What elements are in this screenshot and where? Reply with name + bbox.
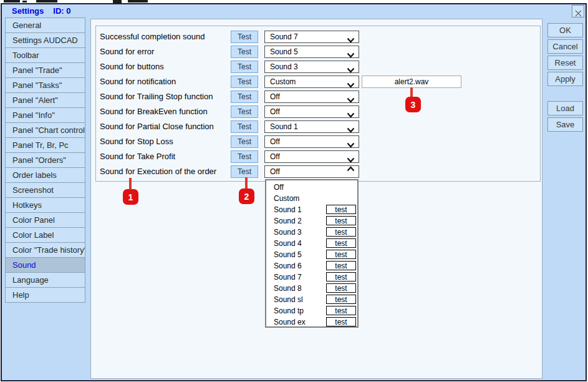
- sound-setting-row: Sound for errorTestSound 5: [0, 46, 588, 58]
- sound-select-sound-for-notification[interactable]: Custom: [264, 76, 359, 88]
- dropdown-option-sound-4[interactable]: Sound 4test: [266, 238, 357, 249]
- test-button[interactable]: Test: [231, 46, 258, 58]
- sidebar-item-hotkeys[interactable]: Hotkeys: [5, 197, 85, 213]
- option-test-button[interactable]: test: [326, 261, 356, 270]
- chevron-down-icon: [347, 139, 355, 145]
- sidebar-item-color-trade-history[interactable]: Color "Trade history": [5, 242, 85, 258]
- close-button[interactable]: [572, 5, 584, 17]
- close-icon: [575, 8, 582, 15]
- setting-label-successful-completion-sound: Successful completion sound: [100, 31, 205, 43]
- chevron-up-icon: [347, 169, 355, 175]
- option-label: Sound 1: [274, 204, 302, 215]
- setting-label-sound-for-trailing-stop-function: Sound for Trailing Stop function: [100, 91, 213, 103]
- option-test-button[interactable]: test: [326, 238, 356, 248]
- test-button[interactable]: Test: [231, 105, 258, 118]
- sound-select-sound-for-take-profit[interactable]: Off: [264, 150, 359, 163]
- sound-select-sound-for-partial-close-function[interactable]: Sound 1: [264, 120, 359, 133]
- sound-setting-row: Sound for notificationTestCustomalert2.w…: [0, 76, 588, 88]
- select-value: Sound 7: [270, 31, 298, 42]
- sidebar-item-color-panel[interactable]: Color Panel: [5, 212, 85, 228]
- sound-setting-row: Successful completion soundTestSound 7: [0, 31, 588, 43]
- chevron-down-icon: [347, 79, 355, 85]
- chevron-down-icon: [347, 109, 355, 115]
- option-label: Sound 6: [274, 260, 302, 272]
- load-button[interactable]: Load: [547, 101, 583, 115]
- test-button[interactable]: Test: [231, 120, 258, 133]
- sound-select-sound-for-trailing-stop-function[interactable]: Off: [264, 91, 359, 103]
- sound-dropdown-list: OffCustomSound 1testSound 2testSound 3te…: [265, 179, 359, 328]
- callout-badge-2: 2: [239, 189, 254, 204]
- sidebar-item-help[interactable]: Help: [5, 287, 85, 303]
- option-test-button[interactable]: test: [326, 216, 356, 225]
- setting-label-sound-for-stop-loss: Sound for Stop Loss: [100, 135, 173, 148]
- sound-select-sound-for-buttons[interactable]: Sound 3: [264, 61, 359, 73]
- dropdown-option-sound-tp[interactable]: Sound tptest: [266, 305, 357, 316]
- custom-sound-file-field[interactable]: alert2.wav: [362, 76, 461, 88]
- test-button[interactable]: Test: [231, 135, 258, 148]
- sound-select-sound-for-error[interactable]: Sound 5: [264, 46, 359, 58]
- dropdown-option-sound-1[interactable]: Sound 1test: [266, 204, 357, 215]
- chevron-down-icon: [347, 124, 355, 130]
- dropdown-option-off[interactable]: Off: [266, 182, 357, 193]
- sound-setting-row: Sound for Trailing Stop functionTestOff: [0, 91, 588, 103]
- option-label: Sound 8: [274, 283, 302, 294]
- select-value: Sound 5: [270, 46, 298, 57]
- test-button[interactable]: Test: [231, 31, 258, 43]
- option-label: Custom: [274, 193, 299, 204]
- sound-select-sound-for-breakeven-function[interactable]: Off: [264, 105, 359, 118]
- test-button[interactable]: Test: [231, 61, 258, 73]
- chevron-down-icon: [347, 154, 355, 160]
- sound-select-successful-completion-sound[interactable]: Sound 7: [264, 31, 359, 43]
- option-test-button[interactable]: test: [326, 250, 356, 259]
- test-button[interactable]: Test: [231, 91, 258, 103]
- test-button[interactable]: Test: [231, 76, 258, 88]
- sound-select-sound-for-execution-of-the-order[interactable]: Off: [264, 165, 359, 178]
- sound-select-sound-for-stop-loss[interactable]: Off: [264, 135, 359, 148]
- callout-stem: [129, 178, 132, 190]
- dropdown-option-sound-3[interactable]: Sound 3test: [266, 227, 357, 238]
- option-test-button[interactable]: test: [326, 295, 356, 304]
- chevron-down-icon: [347, 64, 355, 70]
- dropdown-option-sound-8[interactable]: Sound 8test: [266, 283, 357, 294]
- sidebar-item-sound[interactable]: Sound: [5, 257, 85, 273]
- sidebar-item-screenshot[interactable]: Screenshot: [5, 182, 85, 198]
- apply-button[interactable]: Apply: [547, 72, 583, 86]
- save-button[interactable]: Save: [547, 117, 583, 132]
- dropdown-option-sound-5[interactable]: Sound 5test: [266, 249, 357, 260]
- dropdown-option-custom[interactable]: Custom: [266, 193, 357, 204]
- option-test-button[interactable]: test: [326, 283, 356, 293]
- ok-button[interactable]: OK: [547, 23, 583, 37]
- chevron-down-icon: [347, 34, 355, 40]
- setting-label-sound-for-take-profit: Sound for Take Profit: [100, 150, 175, 163]
- screen-artifact: [128, 0, 148, 2]
- setting-label-sound-for-execution-of-the-order: Sound for Execution of the order: [100, 165, 216, 178]
- sound-setting-row: Sound for BreakEven functionTestOff: [0, 105, 588, 118]
- option-test-button[interactable]: test: [326, 272, 356, 282]
- sidebar-item-color-label[interactable]: Color Label: [5, 227, 85, 243]
- select-value: Off: [270, 106, 280, 117]
- dropdown-option-sound-2[interactable]: Sound 2test: [266, 215, 357, 227]
- test-button[interactable]: Test: [231, 150, 258, 163]
- callout-stem: [245, 177, 248, 190]
- option-test-button[interactable]: test: [326, 205, 356, 214]
- dropdown-option-sound-7[interactable]: Sound 7test: [266, 272, 357, 283]
- cancel-button[interactable]: Cancel: [547, 39, 583, 54]
- dropdown-option-sound-sl[interactable]: Sound sltest: [266, 294, 357, 305]
- option-label: Sound 7: [274, 272, 302, 283]
- callout-badge-3: 3: [405, 97, 421, 112]
- test-button[interactable]: Test: [231, 165, 258, 178]
- select-value: Off: [270, 166, 280, 177]
- option-label: Sound 2: [274, 215, 302, 227]
- setting-label-sound-for-error: Sound for error: [100, 46, 154, 58]
- setting-label-sound-for-buttons: Sound for buttons: [100, 61, 164, 73]
- select-value: Off: [270, 151, 280, 162]
- sidebar-item-language[interactable]: Language: [5, 272, 85, 288]
- option-test-button[interactable]: test: [326, 317, 356, 326]
- option-label: Sound 4: [274, 238, 302, 249]
- dropdown-option-sound-6[interactable]: Sound 6test: [266, 260, 357, 272]
- option-test-button[interactable]: test: [326, 306, 356, 315]
- dropdown-option-sound-ex[interactable]: Sound extest: [266, 316, 357, 328]
- reset-button[interactable]: Reset: [547, 56, 583, 70]
- option-test-button[interactable]: test: [326, 227, 356, 237]
- setting-label-sound-for-partial-close-function: Sound for Partial Close function: [100, 120, 214, 133]
